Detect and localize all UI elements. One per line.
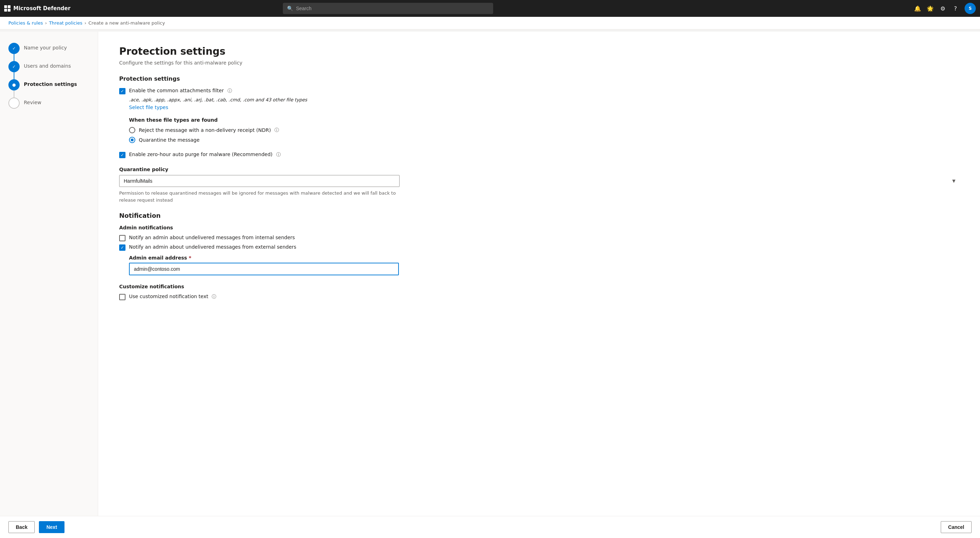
check-icon-2: ✓ <box>121 153 124 157</box>
page-title: Protection settings <box>119 46 959 57</box>
internal-notify-label: Notify an admin about undelivered messag… <box>129 235 295 240</box>
step-label-1: Name your policy <box>24 43 67 51</box>
search-bar[interactable]: 🔍 <box>283 3 493 14</box>
common-filter-row: ✓ Enable the common attachments filter ⓘ <box>119 88 959 94</box>
bottom-bar: Back Next Cancel <box>0 516 980 538</box>
custom-text-label: Use customized notification text <box>129 294 208 299</box>
reject-radio-row: Reject the message with a non-delivery r… <box>129 127 959 133</box>
permission-note: Permission to release quarantined messag… <box>119 190 399 203</box>
breadcrumb-threat[interactable]: Threat policies <box>49 20 83 26</box>
check-icon: ✓ <box>121 89 124 93</box>
select-file-types-link[interactable]: Select file types <box>129 104 168 110</box>
topbar-actions: 🔔 🌟 ⚙ ? S <box>914 3 976 14</box>
breadcrumb-sep-2: › <box>84 20 86 26</box>
internal-notify-row: Notify an admin about undelivered messag… <box>119 235 959 241</box>
step-circle-1: ✓ <box>8 43 20 54</box>
zero-hour-row: ✓ Enable zero-hour auto purge for malwar… <box>119 152 959 158</box>
breadcrumb-sep-1: › <box>45 20 47 26</box>
main-content: Protection settings Configure the settin… <box>98 32 980 538</box>
feedback-icon[interactable]: 🌟 <box>927 5 934 12</box>
radio-inner <box>131 139 134 141</box>
admin-email-input[interactable] <box>129 263 399 275</box>
reject-radio[interactable] <box>129 127 135 133</box>
settings-icon[interactable]: ⚙ <box>939 5 947 12</box>
avatar[interactable]: S <box>964 3 976 14</box>
search-icon: 🔍 <box>287 6 293 11</box>
quarantine-radio-row: Quarantine the message <box>129 137 959 143</box>
common-filter-checkbox[interactable]: ✓ <box>119 88 126 94</box>
step-circle-2: ✓ <box>8 61 20 72</box>
wizard-step-users[interactable]: ✓ Users and domains <box>8 61 89 72</box>
wizard-step-protection[interactable]: ● Protection settings <box>8 79 89 91</box>
quarantine-radio[interactable] <box>129 137 135 143</box>
wizard-sidebar: ✓ Name your policy ✓ Users and domains ●… <box>0 32 98 538</box>
breadcrumb: Policies & rules › Threat policies › Cre… <box>0 17 980 29</box>
grid-icon <box>4 5 11 11</box>
connector-2 <box>14 72 14 79</box>
common-filter-info-icon[interactable]: ⓘ <box>228 88 232 94</box>
breadcrumb-current: Create a new anti-malware policy <box>88 20 165 26</box>
wizard-step-review[interactable]: Review <box>8 97 89 109</box>
common-filter-label: Enable the common attachments filter <box>129 88 224 93</box>
page-subtitle: Configure the settings for this anti-mal… <box>119 60 959 65</box>
notification-title: Notification <box>119 212 959 219</box>
quarantine-policy-select[interactable]: HarmfulMails AdminOnlyAccessPolicy Defau… <box>119 175 399 187</box>
notifications-icon[interactable]: 🔔 <box>914 5 921 12</box>
zero-hour-info-icon[interactable]: ⓘ <box>276 152 281 158</box>
step-circle-4 <box>8 97 20 109</box>
external-notify-label: Notify an admin about undelivered messag… <box>129 244 296 250</box>
breadcrumb-policies[interactable]: Policies & rules <box>8 20 43 26</box>
step-label-3: Protection settings <box>24 79 77 87</box>
topbar: Microsoft Defender 🔍 🔔 🌟 ⚙ ? S <box>0 0 980 17</box>
customize-notif-title: Customize notifications <box>119 284 959 289</box>
custom-text-row: Use customized notification text ⓘ <box>119 294 959 300</box>
admin-email-label: Admin email address * <box>129 255 959 260</box>
step-label-2: Users and domains <box>24 61 71 69</box>
internal-notify-checkbox[interactable] <box>119 235 126 241</box>
external-notify-row: ✓ Notify an admin about undelivered mess… <box>119 244 959 251</box>
custom-text-checkbox[interactable] <box>119 294 126 300</box>
back-button[interactable]: Back <box>8 521 35 533</box>
connector-3 <box>14 91 14 97</box>
admin-notif-title: Admin notifications <box>119 225 959 230</box>
app-title: Microsoft Defender <box>13 5 70 11</box>
step-label-4: Review <box>24 97 41 105</box>
reject-info-icon[interactable]: ⓘ <box>274 127 279 133</box>
cancel-button[interactable]: Cancel <box>941 521 972 533</box>
zero-hour-label: Enable zero-hour auto purge for malware … <box>129 152 273 157</box>
next-button[interactable]: Next <box>39 521 64 533</box>
wizard-step-name-policy[interactable]: ✓ Name your policy <box>8 43 89 54</box>
required-star: * <box>189 255 191 260</box>
connector-1 <box>14 54 14 61</box>
reject-label: Reject the message with a non-delivery r… <box>139 127 271 133</box>
when-found-title: When these file types are found <box>129 117 959 123</box>
search-input[interactable] <box>296 6 489 11</box>
zero-hour-checkbox[interactable]: ✓ <box>119 152 126 158</box>
quarantine-label: Quarantine the message <box>139 137 199 143</box>
external-notify-checkbox[interactable]: ✓ <box>119 244 126 251</box>
quarantine-policy-dropdown-container: HarmfulMails AdminOnlyAccessPolicy Defau… <box>119 175 959 187</box>
dropdown-arrow-icon: ▼ <box>952 179 956 184</box>
app-logo[interactable]: Microsoft Defender <box>4 5 70 11</box>
quarantine-policy-label: Quarantine policy <box>119 167 959 172</box>
protection-section-title: Protection settings <box>119 75 959 82</box>
help-icon[interactable]: ? <box>952 5 959 12</box>
step-circle-3: ● <box>8 79 20 91</box>
check-icon-3: ✓ <box>121 246 124 250</box>
page-layout: ✓ Name your policy ✓ Users and domains ●… <box>0 32 980 538</box>
file-types-text: .ace, .apk, .app, .appx, .ani, .arj, .ba… <box>129 97 959 102</box>
custom-text-info-icon[interactable]: ⓘ <box>212 294 216 300</box>
